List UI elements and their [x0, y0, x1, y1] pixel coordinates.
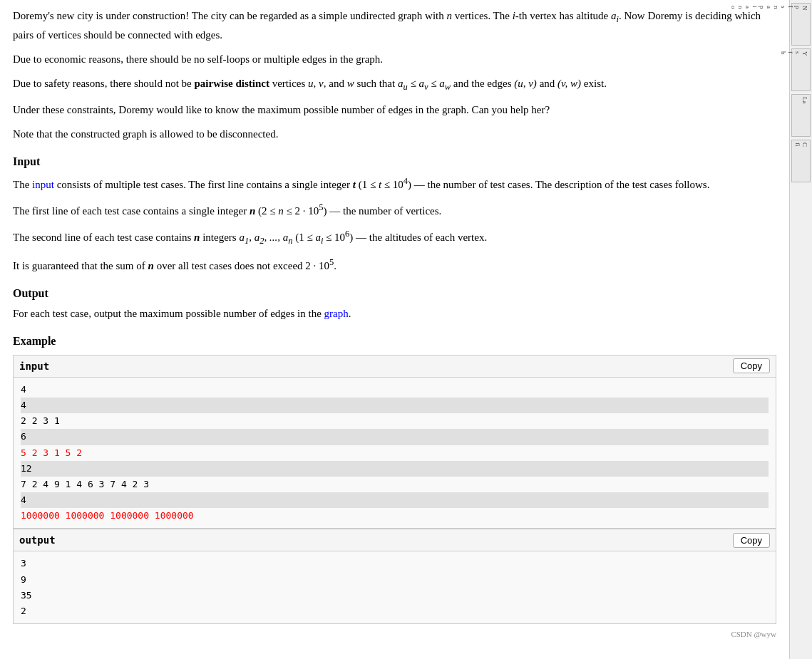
input-desc1: The input consists of multiple test case… [13, 174, 776, 193]
input-title: Input [13, 152, 776, 171]
output-line-4: 2 [21, 603, 769, 619]
input-line-1: 4 [21, 382, 769, 398]
right-sidebar: NpIsnapiano Ysfb La Cfi [789, 0, 812, 659]
input-line-3: 2 2 3 1 [21, 413, 769, 429]
sidebar-section-3: La [791, 94, 811, 137]
sidebar-section-4: Cfi [791, 140, 811, 182]
example-title: Example [13, 332, 776, 351]
footer-text: CSDN @wyw [13, 628, 776, 641]
input-label: input [19, 358, 49, 374]
sidebar-section-2: Ysfb [791, 48, 811, 91]
input-line-9: 1000000 1000000 1000000 1000000 [21, 508, 769, 524]
output-block-header: output Copy [14, 529, 776, 551]
input-line-8: 4 [21, 492, 769, 508]
input-line-6: 12 [21, 461, 769, 477]
intro-paragraph: Doremy's new city is under construction!… [13, 7, 776, 43]
input-desc2: The first line of each test case contain… [13, 200, 776, 219]
input-line-5: 5 2 3 1 5 2 [21, 445, 769, 461]
question-paragraph: Under these constraints, Doremy would li… [13, 101, 776, 118]
input-line-4: 6 [21, 429, 769, 445]
sidebar-section-1: NpIsnapiano [791, 3, 811, 46]
input-desc3: The second line of each test case contai… [13, 227, 776, 248]
input-line-7: 7 2 4 9 1 4 6 3 7 4 2 3 [21, 477, 769, 492]
constraint2-paragraph: Due to safety reasons, there should not … [13, 75, 776, 94]
output-code-content: 3 9 35 2 [14, 551, 776, 623]
output-copy-button[interactable]: Copy [733, 533, 770, 548]
main-content: Doremy's new city is under construction!… [0, 0, 789, 659]
output-line-2: 9 [21, 572, 769, 588]
output-line-3: 35 [21, 588, 769, 603]
output-block: output Copy 3 9 35 2 [13, 529, 776, 624]
output-label: output [19, 532, 56, 548]
input-block: input Copy 4 4 2 2 3 1 6 5 2 3 1 5 2 12 … [13, 355, 776, 529]
input-desc4: It is guaranteed that the sum of n over … [13, 255, 776, 274]
input-line-2: 4 [21, 398, 769, 413]
input-code-content: 4 4 2 2 3 1 6 5 2 3 1 5 2 12 7 2 4 9 1 4… [14, 378, 776, 528]
note-paragraph: Note that the constructed graph is allow… [13, 125, 776, 142]
input-copy-button[interactable]: Copy [733, 358, 770, 373]
constraint1-paragraph: Due to economic reasons, there should be… [13, 51, 776, 68]
input-block-header: input Copy [14, 356, 776, 378]
output-desc: For each test case, output the maximum p… [13, 305, 776, 322]
output-line-1: 3 [21, 556, 769, 571]
output-title: Output [13, 284, 776, 303]
